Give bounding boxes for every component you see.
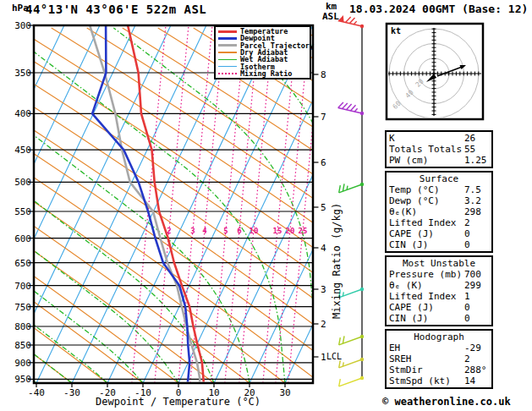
stat-value: 1.25 (464, 155, 489, 166)
stat-value: 288° (464, 364, 489, 375)
stat-value: 7.5 (464, 184, 489, 195)
page-title: 44°13'N 43°06'E 522m ASL (25, 3, 206, 16)
stats-row: EH-29 (389, 342, 489, 353)
stat-value: 299 (464, 280, 489, 291)
hodograph-unit-label: kt (391, 26, 401, 36)
stats-section: SurfaceTemp (°C)7.5Dewp (°C)3.2θₑ(K)298L… (385, 171, 493, 253)
legend-item: Mixing Ratio (218, 70, 310, 77)
legend-swatch (218, 37, 237, 40)
svg-text:20: 20 (286, 227, 295, 235)
stat-value: 26 (464, 133, 489, 144)
wind-barb (338, 102, 364, 115)
stats-row: StmDir288° (389, 364, 489, 375)
stat-value: 55 (464, 144, 489, 155)
stats-row: Pressure (mb)700 (389, 269, 489, 280)
stat-value: -29 (464, 342, 489, 353)
stat-label: Dewp (°C) (389, 195, 464, 206)
stat-label: SREH (389, 353, 464, 364)
stat-value: 298 (464, 206, 489, 217)
svg-text:15: 15 (273, 227, 282, 235)
datetime-label: 18.03.2024 00GMT (Base: 12) (349, 3, 528, 15)
svg-text:600: 600 (14, 233, 31, 244)
svg-text:350: 350 (14, 68, 31, 79)
svg-text:700: 700 (14, 281, 31, 292)
stat-label: θₑ (K) (389, 280, 464, 291)
stat-label: Lifted Index (389, 291, 464, 302)
stat-value: 0 (464, 302, 489, 313)
stats-row: CAPE (J)0 (389, 302, 489, 313)
hodograph-plot: 204060 (387, 24, 483, 119)
stat-value: 0 (464, 313, 489, 324)
stat-value: 14 (464, 375, 489, 386)
legend-swatch (218, 44, 237, 47)
stats-tables: K26Totals Totals55PW (cm)1.25SurfaceTemp… (385, 130, 493, 392)
legend-box: TemperatureDewpointParcel TrajectoryDry … (214, 25, 311, 79)
legend-swatch (218, 73, 237, 74)
stat-label: CAPE (J) (389, 228, 464, 239)
stat-value: 0 (464, 228, 489, 239)
stat-label: Pressure (mb) (389, 269, 464, 280)
svg-text:6: 6 (321, 157, 326, 168)
svg-text:3: 3 (321, 284, 326, 295)
svg-text:5: 5 (223, 227, 228, 235)
svg-text:750: 750 (14, 302, 31, 313)
svg-text:10: 10 (250, 227, 259, 235)
svg-text:25: 25 (299, 227, 308, 235)
stats-row: SREH2 (389, 353, 489, 364)
svg-text:4: 4 (321, 243, 326, 254)
stats-row: Totals Totals55 (389, 144, 489, 155)
stats-section: K26Totals Totals55PW (cm)1.25 (385, 130, 493, 168)
stat-label: Lifted Index (389, 217, 464, 228)
mixing-ratio-line-labels: 2345610152025 (167, 227, 307, 235)
svg-text:-40: -40 (28, 387, 45, 398)
lcl-marker-label: LCL (326, 352, 342, 361)
stat-value: 3.2 (464, 195, 489, 206)
altitude-ref-label: ASL (322, 11, 339, 22)
stats-row: CIN (J)0 (389, 239, 489, 250)
stats-row: θₑ (K)299 (389, 280, 489, 291)
stat-value: 2 (464, 353, 489, 364)
stat-label: K (389, 133, 464, 144)
svg-text:7: 7 (321, 112, 326, 123)
stat-value: 0 (464, 239, 489, 250)
svg-text:800: 800 (14, 321, 31, 332)
wind-barb (339, 376, 364, 386)
svg-text:3: 3 (190, 227, 195, 235)
legend-swatch (218, 59, 237, 61)
stats-row: CIN (J)0 (389, 313, 489, 324)
stats-section: Most UnstablePressure (mb)700θₑ (K)299Li… (385, 255, 493, 326)
stat-label: PW (cm) (389, 155, 464, 166)
legend-label: Mixing Ratio (240, 70, 292, 77)
stat-label: CIN (J) (389, 239, 464, 250)
stats-row: θₑ(K)298 (389, 206, 489, 217)
stats-row: Dewp (°C)3.2 (389, 195, 489, 206)
stats-row: Lifted Index1 (389, 291, 489, 302)
wind-barb (338, 15, 364, 28)
svg-text:900: 900 (14, 358, 31, 369)
mixing-ratio-axis-label: Mixing Ratio (g/kg) (331, 203, 343, 319)
stat-value: 2 (464, 217, 489, 228)
stats-section: HodographEH-29SREH2StmDir288°StmSpd (kt)… (385, 329, 493, 389)
stats-row: PW (cm)1.25 (389, 155, 489, 166)
svg-text:-30: -30 (63, 387, 80, 398)
copyright-label: © weatheronline.co.uk (382, 396, 511, 408)
stat-label: EH (389, 342, 464, 353)
section-title: Most Unstable (389, 258, 489, 269)
svg-text:500: 500 (14, 177, 31, 188)
altitude-axis-ticks: 87654321 (313, 69, 326, 363)
stat-label: StmDir (389, 364, 464, 375)
stat-value: 700 (464, 269, 489, 280)
svg-text:950: 950 (14, 374, 31, 385)
svg-text:2: 2 (167, 227, 171, 235)
svg-text:5: 5 (321, 202, 326, 213)
pressure-axis-ticks: 3003504004505005506006507007508008509009… (14, 20, 34, 385)
svg-text:550: 550 (14, 206, 31, 217)
svg-text:1: 1 (321, 352, 326, 363)
stat-label: StmSpd (kt) (389, 375, 464, 386)
stat-label: CAPE (J) (389, 302, 464, 313)
legend-swatch (218, 52, 237, 53)
stats-row: Lifted Index2 (389, 217, 489, 228)
stat-label: CIN (J) (389, 313, 464, 324)
legend-swatch (218, 30, 237, 33)
wind-barb (339, 335, 364, 345)
